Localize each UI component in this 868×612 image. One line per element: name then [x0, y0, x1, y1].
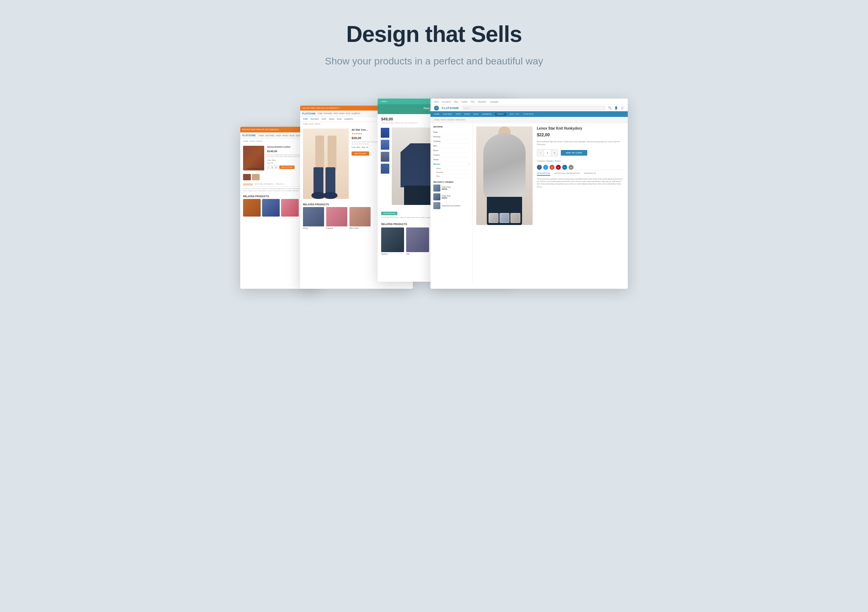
- sf-add-to-cart-btn[interactable]: ADD TO CART: [561, 150, 587, 156]
- sf-logo-icon: F: [434, 106, 439, 111]
- sc-menu-icon[interactable]: ≡ MENU: [380, 100, 387, 102]
- sf-googleplus-icon[interactable]: g: [550, 165, 555, 170]
- sidebar-sub-jeans[interactable]: Jeans: [433, 167, 470, 170]
- sbc-nav2-features[interactable]: FEATURES: [311, 118, 319, 120]
- sf-qty-decrease-btn[interactable]: −: [537, 150, 544, 156]
- sf-recent-item-3[interactable]: Osaka Entry Tee Superdry: [433, 202, 470, 209]
- sf-contact-link[interactable]: Contact: [461, 101, 467, 103]
- sf-nav-elements[interactable]: ELEMENTS: [482, 113, 491, 115]
- sbl-related-item-3[interactable]: [281, 199, 299, 216]
- sf-quantity-stepper[interactable]: − 1 +: [537, 149, 558, 156]
- sbl-tab-description[interactable]: DESCRIPTION: [243, 183, 253, 185]
- sf-pimg-2[interactable]: [499, 213, 509, 223]
- sf-product-image: [476, 127, 533, 225]
- sidebar-item-clothing[interactable]: Clothing ›: [433, 139, 470, 144]
- sc-thumb-4[interactable]: [380, 163, 390, 174]
- sbl-related-item-1[interactable]: [243, 199, 261, 216]
- sf-recent-info-3: Osaka Entry Tee Superdry: [442, 205, 460, 207]
- sbc-related-item-1[interactable]: All Star: [303, 207, 324, 229]
- sf-tab-additional[interactable]: ADDITIONAL INFORMATION: [555, 172, 580, 176]
- sf-nav-shop[interactable]: SHOP: [456, 113, 460, 115]
- sbc-nav2-blog[interactable]: BLOG: [337, 118, 342, 120]
- sf-facebook-icon[interactable]: f: [537, 165, 542, 170]
- sbc-header-text: ADD ANYTHING HERE OR JUST REMOVE IT...: [302, 107, 340, 109]
- sbc-related-img-3: [349, 207, 370, 226]
- sidebar-item-posters[interactable]: Posters: [433, 153, 470, 158]
- sf-user-icon[interactable]: 👤: [614, 106, 618, 110]
- hero-title: Design that Sells: [346, 21, 522, 47]
- sf-newsletter-link[interactable]: Newsletter: [478, 101, 487, 103]
- sbl-tab-additional[interactable]: ADDITIONAL INFORMATION: [255, 183, 273, 185]
- sf-qty-value: 1: [544, 150, 551, 156]
- sidebar-item-booking[interactable]: Booking: [433, 134, 470, 139]
- sbl-related-item-2[interactable]: [262, 199, 280, 216]
- sf-nav-blog[interactable]: BLOG: [473, 113, 478, 115]
- sbc-nav2-shop[interactable]: SHOP: [322, 118, 326, 120]
- sf-logo-text: FLATSOME: [442, 106, 459, 110]
- sf-pimg-3[interactable]: [510, 213, 520, 223]
- sbc-nav2-home[interactable]: HOME: [303, 118, 308, 120]
- sf-pimg-1[interactable]: [488, 213, 499, 223]
- sc-thumb-3[interactable]: [380, 151, 390, 162]
- sc-thumbnails: [380, 127, 390, 205]
- sc-related-img-2: [406, 227, 429, 252]
- sc-related-item-2[interactable]: Tops: [406, 227, 429, 255]
- sf-contact-btn[interactable]: CONTACT: [495, 113, 506, 116]
- sbc-product-image: [303, 128, 349, 199]
- sf-qty-increase-btn[interactable]: +: [551, 150, 558, 156]
- sf-linkedin-icon[interactable]: in: [562, 165, 567, 170]
- sc-thumb-1[interactable]: [380, 127, 390, 138]
- sf-recent-img-3: [433, 202, 440, 209]
- sc-description-btn[interactable]: DESCRIPTION: [381, 212, 397, 215]
- sf-email-icon[interactable]: ✉: [569, 165, 574, 170]
- sf-recent-item-2[interactable]: Happy Ninja $18,00: [433, 193, 470, 200]
- sf-product-area: Lenox Star Knit Hunkydory $22,00 Marfa a…: [473, 123, 628, 283]
- sidebar-item-music[interactable]: Music ›: [433, 148, 470, 153]
- sf-search-input[interactable]: Search...: [462, 106, 605, 110]
- sbl-thumb-2[interactable]: [252, 174, 260, 180]
- sbl-header-text: ADD ANYTHING HERE OR JUST REMOVE IT...: [242, 128, 281, 131]
- sf-tab-reviews[interactable]: REVIEWS (3): [584, 172, 596, 176]
- sc-product-price: $49,00: [381, 117, 393, 121]
- sbc-related-img-2: [326, 207, 347, 226]
- sbl-thumb-1[interactable]: [243, 174, 251, 180]
- sf-stores-link[interactable]: Our Stores: [442, 101, 451, 103]
- chevron-down-icon: ›: [469, 140, 470, 142]
- sf-nav-pages[interactable]: PAGES: [464, 113, 470, 115]
- chevron-down-icon: ▾: [468, 163, 470, 165]
- sidebar-sub-tops[interactable]: Tops: [433, 174, 470, 178]
- sidebar-item-women[interactable]: Women ▾: [433, 162, 470, 167]
- sf-categories-values[interactable]: Sweaters, Women: [546, 160, 561, 162]
- sf-product-price: $22,00: [537, 132, 624, 138]
- sbc-nav2-pages[interactable]: PAGES: [329, 118, 334, 120]
- sf-about-link[interactable]: About: [434, 101, 439, 103]
- sf-recent-item-1[interactable]: Patient Ninja $35,00: [433, 184, 470, 192]
- sf-search-icon[interactable]: 🔍: [608, 106, 612, 110]
- sf-nav-home[interactable]: HOME: [434, 113, 439, 115]
- sc-related-item-1[interactable]: Sweaters: [381, 227, 404, 255]
- sf-twitter-icon[interactable]: t: [543, 165, 548, 170]
- sidebar-item-shoes[interactable]: Shoes: [433, 158, 470, 162]
- sf-faq-link[interactable]: FAQ: [471, 101, 474, 103]
- sidebar-sub-sweaters[interactable]: Sweaters: [433, 170, 470, 174]
- sf-product-detail: Lenox Star Knit Hunkydory $22,00 Marfa a…: [537, 127, 624, 279]
- sidebar-item-men[interactable]: Men ›: [433, 144, 470, 148]
- sf-recent-info-2: Happy Ninja $18,00: [442, 195, 451, 199]
- sf-nav-features[interactable]: FEATURES: [443, 113, 452, 115]
- sf-tab-description[interactable]: DESCRIPTION: [537, 172, 550, 176]
- sf-blog-link[interactable]: Blog: [454, 101, 457, 103]
- chevron-down-icon: ›: [469, 149, 470, 151]
- sf-pinterest-icon[interactable]: p: [556, 165, 561, 170]
- sc-thumb-2[interactable]: [380, 139, 390, 150]
- sidebar-item-bags[interactable]: Bags: [433, 130, 470, 134]
- sbc-related-item-3[interactable]: NELLY.COM: [349, 207, 370, 229]
- sbc-related-item-2[interactable]: Converse: [326, 207, 347, 229]
- hero-subtitle: Show your products in a perfect and beau…: [325, 56, 543, 67]
- sbl-tab-reviews[interactable]: REVIEWS (2): [276, 183, 284, 185]
- sf-product-thumbs: [488, 213, 520, 223]
- sbc-nav2-elements[interactable]: ELEMENTS: [344, 118, 353, 120]
- sbc-add-to-cart-btn[interactable]: ADD TO CART: [352, 151, 369, 156]
- sidebar-label-clothing: Clothing: [433, 140, 440, 142]
- sf-languages-link[interactable]: Languages: [490, 101, 499, 103]
- sf-cart-icon[interactable]: 🛒: [621, 106, 624, 110]
